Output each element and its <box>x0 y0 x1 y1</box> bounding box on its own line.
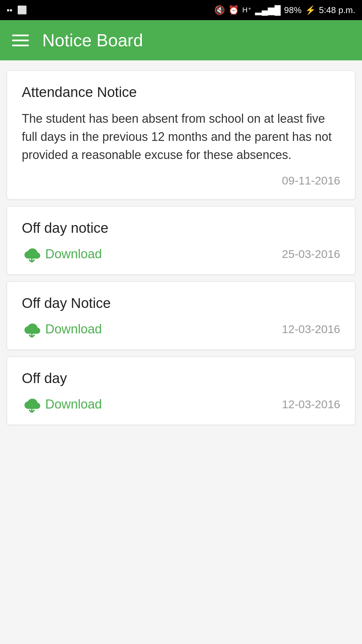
notice-date-4: 12-03-2016 <box>282 398 340 411</box>
download-cloud-icon-2 <box>22 246 42 262</box>
notice-date-1: 09-11-2016 <box>282 174 340 187</box>
download-cloud-icon-3 <box>22 321 42 337</box>
notice-date-3: 12-03-2016 <box>282 323 340 336</box>
cloud-svg-2 <box>22 246 42 262</box>
notice-download-row-3: Download 12-03-2016 <box>22 321 340 337</box>
hplus-icon: H⁺ <box>242 6 252 14</box>
cloud-svg-4 <box>22 396 42 413</box>
notice-card-1: Attendance Notice The student has been a… <box>7 70 355 200</box>
mute-icon: 🔇 <box>214 5 225 15</box>
download-cloud-icon-4 <box>22 396 42 413</box>
status-bar-right: 🔇 ⏰ H⁺ ▂▄▆█ 98% ⚡ 5:48 p.m. <box>214 5 355 15</box>
download-label-4: Download <box>45 397 102 412</box>
hamburger-menu-button[interactable] <box>12 35 29 46</box>
notice-list: Attendance Notice The student has been a… <box>0 60 362 435</box>
notice-body-1: The student has been absent from school … <box>22 110 340 164</box>
download-label-2: Download <box>45 247 102 261</box>
app-bar: Notice Board <box>0 20 362 60</box>
page-title: Notice Board <box>42 30 143 50</box>
download-button-3[interactable]: Download <box>22 321 102 337</box>
phone-icon: ▪▪ <box>7 5 12 15</box>
notice-title-3: Off day Notice <box>22 295 340 311</box>
cloud-svg-3 <box>22 321 42 337</box>
status-bar: ▪▪ ⬜ 🔇 ⏰ H⁺ ▂▄▆█ 98% ⚡ 5:48 p.m. <box>0 0 362 20</box>
notice-download-row-2: Download 25-03-2016 <box>22 246 340 262</box>
battery-text: 98% <box>284 5 302 15</box>
notice-card-4: Off day Download 12-03-2016 <box>7 357 355 425</box>
download-button-2[interactable]: Download <box>22 246 102 262</box>
signal-icon: ▂▄▆█ <box>255 5 281 15</box>
notice-date-2: 25-03-2016 <box>282 248 340 261</box>
time-display: 5:48 p.m. <box>319 5 355 15</box>
notice-title-1: Attendance Notice <box>22 84 340 100</box>
hamburger-line-1 <box>12 35 29 36</box>
notice-footer-1: 09-11-2016 <box>22 174 340 187</box>
alarm-icon: ⏰ <box>228 5 239 15</box>
charging-icon: ⚡ <box>305 5 316 15</box>
notice-card-3: Off day Notice Download 12-03-2016 <box>7 281 355 350</box>
photo-icon: ⬜ <box>17 5 27 15</box>
status-bar-left: ▪▪ ⬜ <box>7 5 27 15</box>
notice-title-4: Off day <box>22 370 340 386</box>
download-label-3: Download <box>45 322 102 336</box>
notice-download-row-4: Download 12-03-2016 <box>22 396 340 413</box>
notice-card-2: Off day notice Download 25-03-2016 <box>7 206 355 275</box>
hamburger-line-2 <box>12 40 29 41</box>
notice-title-2: Off day notice <box>22 220 340 236</box>
hamburger-line-3 <box>12 45 29 46</box>
download-button-4[interactable]: Download <box>22 396 102 413</box>
